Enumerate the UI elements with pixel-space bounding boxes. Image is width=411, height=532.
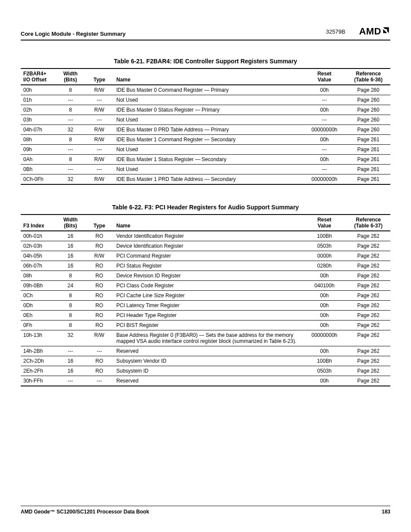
cell-ref: Page 262 bbox=[346, 261, 390, 271]
cell-offset: 09h bbox=[21, 145, 56, 155]
cell-ref: Page 262 bbox=[346, 376, 390, 386]
cell-offset: 08h bbox=[21, 271, 56, 281]
table-row: 09h-0Bh24ROPCI Class Code Register040100… bbox=[21, 281, 390, 291]
cell-reset: 0000h bbox=[302, 251, 346, 261]
cell-reset: 00h bbox=[302, 301, 346, 311]
cell-name: PCI Cache Line Size Register bbox=[114, 291, 302, 301]
cell-type: RO bbox=[85, 261, 114, 271]
col-header-offset: F3 Index bbox=[21, 215, 56, 231]
col-header-name: Name bbox=[114, 215, 302, 231]
cell-type: R/W bbox=[85, 135, 114, 145]
cell-type: RO bbox=[85, 320, 114, 330]
cell-width: 8 bbox=[56, 85, 85, 95]
cell-reset: 040100h bbox=[302, 281, 346, 291]
cell-ref: Page 262 bbox=[346, 356, 390, 366]
table-row: 02h8R/WIDE Bus Master 0 Status Register … bbox=[21, 105, 390, 115]
cell-ref: Page 261 bbox=[346, 145, 390, 155]
cell-ref: Page 261 bbox=[346, 165, 390, 174]
cell-offset: 0Ch-0Fh bbox=[21, 174, 56, 185]
col-header-width: Width (Bits) bbox=[56, 215, 85, 231]
cell-ref: Page 262 bbox=[346, 271, 390, 281]
table-header-row: F2BAR4+ I/O Offset Width (Bits) Type Nam… bbox=[21, 68, 390, 85]
table-row: 04h-07h32R/WIDE Bus Master 0 PRD Table A… bbox=[21, 125, 390, 135]
cell-name: PCI Class Code Register bbox=[114, 281, 302, 291]
cell-type: RO bbox=[85, 281, 114, 291]
cell-name: IDE Bus Master 0 PRD Table Address — Pri… bbox=[114, 125, 302, 135]
col-header-ref: Reference (Table 6-36) bbox=[346, 68, 390, 85]
cell-offset: 02h-03h bbox=[21, 241, 56, 251]
cell-width: --- bbox=[56, 115, 85, 125]
cell-width: 16 bbox=[56, 241, 85, 251]
cell-width: 32 bbox=[56, 330, 85, 346]
cell-reset: 00h bbox=[302, 105, 346, 115]
cell-offset: 0Ch bbox=[21, 291, 56, 301]
cell-type: --- bbox=[85, 165, 114, 174]
cell-type: RO bbox=[85, 291, 114, 301]
table-row: 02h-03h16RODevice Identification Registe… bbox=[21, 241, 390, 251]
cell-offset: 01h bbox=[21, 95, 56, 105]
cell-ref: Page 260 bbox=[346, 85, 390, 95]
cell-name: Subsystem Vendor ID bbox=[114, 356, 302, 366]
cell-offset: 0Fh bbox=[21, 320, 56, 330]
cell-width: 16 bbox=[56, 231, 85, 241]
cell-reset: 00000000h bbox=[302, 125, 346, 135]
cell-type: RO bbox=[85, 241, 114, 251]
cell-name: Device Identification Register bbox=[114, 241, 302, 251]
cell-width: 16 bbox=[56, 251, 85, 261]
cell-offset: 08h bbox=[21, 135, 56, 145]
cell-type: --- bbox=[85, 95, 114, 105]
table-row: 04h-05h16R/WPCI Command Register0000hPag… bbox=[21, 251, 390, 261]
cell-type: RO bbox=[85, 271, 114, 281]
cell-type: R/W bbox=[85, 251, 114, 261]
header-right: 32579B AMD bbox=[326, 26, 390, 37]
cell-name: PCI Latency Timer Register bbox=[114, 301, 302, 311]
cell-offset: 04h-07h bbox=[21, 125, 56, 135]
cell-reset: 00h bbox=[302, 85, 346, 95]
cell-ref: Page 262 bbox=[346, 291, 390, 301]
table-row: 00h-01h16ROVendor Identification Registe… bbox=[21, 231, 390, 241]
cell-type: R/W bbox=[85, 125, 114, 135]
cell-offset: 2Eh-2Fh bbox=[21, 366, 56, 376]
table-row: 09h------Not Used---Page 261 bbox=[21, 145, 390, 155]
cell-offset: 14h-2Bh bbox=[21, 346, 56, 356]
table-row: 2Eh-2Fh16ROSubsystem ID0503hPage 262 bbox=[21, 366, 390, 376]
cell-type: R/W bbox=[85, 155, 114, 165]
cell-reset: 00h bbox=[302, 346, 346, 356]
cell-offset: 03h bbox=[21, 115, 56, 125]
cell-width: 24 bbox=[56, 281, 85, 291]
cell-type: R/W bbox=[85, 85, 114, 95]
cell-width: 8 bbox=[56, 291, 85, 301]
col-header-offset: F2BAR4+ I/O Offset bbox=[21, 68, 56, 85]
table-row: 0Eh8ROPCI Header Type Register00hPage 26… bbox=[21, 311, 390, 320]
table-row: 0Ch8ROPCI Cache Line Size Register00hPag… bbox=[21, 291, 390, 301]
cell-width: 8 bbox=[56, 301, 85, 311]
cell-width: 16 bbox=[56, 261, 85, 271]
table-row: 14h-2Bh------Reserved00hPage 262 bbox=[21, 346, 390, 356]
cell-offset: 09h-0Bh bbox=[21, 281, 56, 291]
cell-offset: 0Bh bbox=[21, 165, 56, 174]
cell-reset: --- bbox=[302, 115, 346, 125]
cell-reset: 00h bbox=[302, 135, 346, 145]
table-row: 01h------Not Used---Page 260 bbox=[21, 95, 390, 105]
table-row: 00h8R/WIDE Bus Master 0 Command Register… bbox=[21, 85, 390, 95]
cell-reset: 00h bbox=[302, 291, 346, 301]
cell-name: Not Used bbox=[114, 115, 302, 125]
cell-type: RO bbox=[85, 366, 114, 376]
cell-name: IDE Bus Master 1 Command Register — Seco… bbox=[114, 135, 302, 145]
page-header: Core Logic Module - Register Summary 325… bbox=[21, 26, 390, 40]
cell-ref: Page 262 bbox=[346, 241, 390, 251]
cell-reset: 00000000h bbox=[302, 330, 346, 346]
cell-name: IDE Bus Master 1 PRD Table Address — Sec… bbox=[114, 174, 302, 185]
cell-type: --- bbox=[85, 145, 114, 155]
cell-width: --- bbox=[56, 95, 85, 105]
cell-type: RO bbox=[85, 356, 114, 366]
cell-name: Reserved bbox=[114, 376, 302, 386]
cell-ref: Page 262 bbox=[346, 301, 390, 311]
cell-width: 32 bbox=[56, 174, 85, 185]
cell-width: --- bbox=[56, 165, 85, 174]
cell-name: Device Revision ID Register bbox=[114, 271, 302, 281]
table-row: 30h-FFh------Reserved00hPage 262 bbox=[21, 376, 390, 386]
document-number: 32579B bbox=[326, 28, 346, 35]
cell-width: 8 bbox=[56, 105, 85, 115]
section-title: Core Logic Module - Register Summary bbox=[21, 31, 125, 37]
